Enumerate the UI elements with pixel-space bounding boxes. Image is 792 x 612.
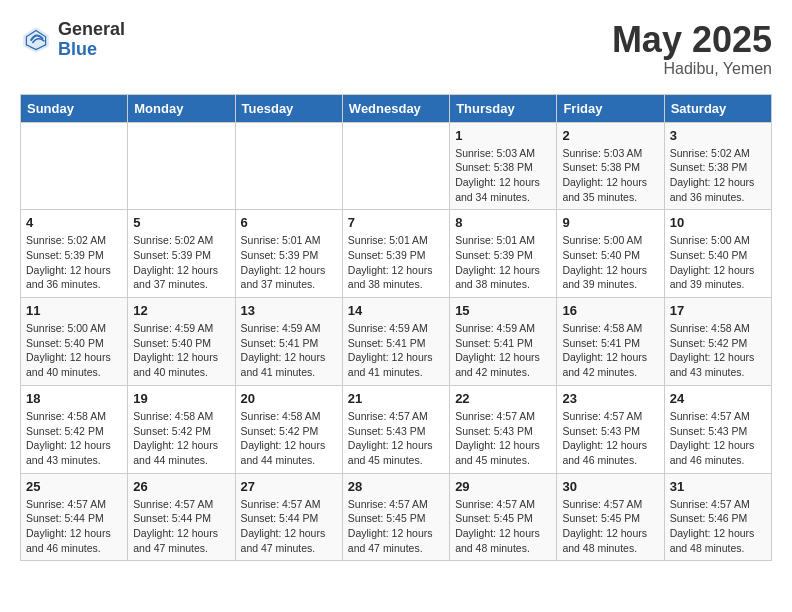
day-number: 23 bbox=[562, 391, 658, 406]
day-number: 5 bbox=[133, 215, 229, 230]
logo: General Blue bbox=[20, 20, 125, 60]
day-number: 25 bbox=[26, 479, 122, 494]
calendar-cell bbox=[21, 122, 128, 210]
calendar-cell: 28Sunrise: 4:57 AM Sunset: 5:45 PM Dayli… bbox=[342, 473, 449, 561]
day-info: Sunrise: 4:59 AM Sunset: 5:40 PM Dayligh… bbox=[133, 321, 229, 380]
calendar-cell: 3Sunrise: 5:02 AM Sunset: 5:38 PM Daylig… bbox=[664, 122, 771, 210]
day-number: 6 bbox=[241, 215, 337, 230]
calendar-week-row: 11Sunrise: 5:00 AM Sunset: 5:40 PM Dayli… bbox=[21, 298, 772, 386]
day-number: 7 bbox=[348, 215, 444, 230]
day-info: Sunrise: 5:00 AM Sunset: 5:40 PM Dayligh… bbox=[26, 321, 122, 380]
day-number: 13 bbox=[241, 303, 337, 318]
calendar-cell: 24Sunrise: 4:57 AM Sunset: 5:43 PM Dayli… bbox=[664, 385, 771, 473]
calendar-cell: 11Sunrise: 5:00 AM Sunset: 5:40 PM Dayli… bbox=[21, 298, 128, 386]
day-number: 19 bbox=[133, 391, 229, 406]
day-info: Sunrise: 4:59 AM Sunset: 5:41 PM Dayligh… bbox=[241, 321, 337, 380]
calendar-cell bbox=[128, 122, 235, 210]
day-info: Sunrise: 5:02 AM Sunset: 5:39 PM Dayligh… bbox=[133, 233, 229, 292]
calendar-cell: 18Sunrise: 4:58 AM Sunset: 5:42 PM Dayli… bbox=[21, 385, 128, 473]
logo-icon bbox=[20, 24, 52, 56]
calendar-cell: 7Sunrise: 5:01 AM Sunset: 5:39 PM Daylig… bbox=[342, 210, 449, 298]
day-number: 30 bbox=[562, 479, 658, 494]
day-info: Sunrise: 4:57 AM Sunset: 5:44 PM Dayligh… bbox=[241, 497, 337, 556]
day-info: Sunrise: 4:57 AM Sunset: 5:45 PM Dayligh… bbox=[348, 497, 444, 556]
day-number: 16 bbox=[562, 303, 658, 318]
day-number: 9 bbox=[562, 215, 658, 230]
day-number: 28 bbox=[348, 479, 444, 494]
calendar-cell: 14Sunrise: 4:59 AM Sunset: 5:41 PM Dayli… bbox=[342, 298, 449, 386]
day-info: Sunrise: 4:58 AM Sunset: 5:42 PM Dayligh… bbox=[670, 321, 766, 380]
day-number: 3 bbox=[670, 128, 766, 143]
day-info: Sunrise: 4:59 AM Sunset: 5:41 PM Dayligh… bbox=[348, 321, 444, 380]
day-number: 18 bbox=[26, 391, 122, 406]
day-info: Sunrise: 5:03 AM Sunset: 5:38 PM Dayligh… bbox=[562, 146, 658, 205]
day-info: Sunrise: 4:59 AM Sunset: 5:41 PM Dayligh… bbox=[455, 321, 551, 380]
day-number: 1 bbox=[455, 128, 551, 143]
weekday-header-saturday: Saturday bbox=[664, 94, 771, 122]
calendar-cell bbox=[342, 122, 449, 210]
calendar-cell: 13Sunrise: 4:59 AM Sunset: 5:41 PM Dayli… bbox=[235, 298, 342, 386]
calendar-cell: 30Sunrise: 4:57 AM Sunset: 5:45 PM Dayli… bbox=[557, 473, 664, 561]
page-header: General Blue May 2025 Hadibu, Yemen bbox=[20, 20, 772, 78]
day-info: Sunrise: 4:58 AM Sunset: 5:41 PM Dayligh… bbox=[562, 321, 658, 380]
day-number: 8 bbox=[455, 215, 551, 230]
calendar-cell: 16Sunrise: 4:58 AM Sunset: 5:41 PM Dayli… bbox=[557, 298, 664, 386]
day-info: Sunrise: 4:58 AM Sunset: 5:42 PM Dayligh… bbox=[241, 409, 337, 468]
day-number: 4 bbox=[26, 215, 122, 230]
calendar-cell: 1Sunrise: 5:03 AM Sunset: 5:38 PM Daylig… bbox=[450, 122, 557, 210]
calendar-week-row: 1Sunrise: 5:03 AM Sunset: 5:38 PM Daylig… bbox=[21, 122, 772, 210]
title-block: May 2025 Hadibu, Yemen bbox=[612, 20, 772, 78]
location: Hadibu, Yemen bbox=[612, 60, 772, 78]
day-info: Sunrise: 4:57 AM Sunset: 5:43 PM Dayligh… bbox=[670, 409, 766, 468]
weekday-header-monday: Monday bbox=[128, 94, 235, 122]
calendar-cell: 17Sunrise: 4:58 AM Sunset: 5:42 PM Dayli… bbox=[664, 298, 771, 386]
calendar-cell: 12Sunrise: 4:59 AM Sunset: 5:40 PM Dayli… bbox=[128, 298, 235, 386]
day-number: 26 bbox=[133, 479, 229, 494]
calendar-cell: 9Sunrise: 5:00 AM Sunset: 5:40 PM Daylig… bbox=[557, 210, 664, 298]
day-info: Sunrise: 4:57 AM Sunset: 5:45 PM Dayligh… bbox=[455, 497, 551, 556]
day-info: Sunrise: 4:57 AM Sunset: 5:44 PM Dayligh… bbox=[26, 497, 122, 556]
logo-blue-text: Blue bbox=[58, 40, 125, 60]
calendar-week-row: 25Sunrise: 4:57 AM Sunset: 5:44 PM Dayli… bbox=[21, 473, 772, 561]
day-info: Sunrise: 5:02 AM Sunset: 5:39 PM Dayligh… bbox=[26, 233, 122, 292]
day-number: 27 bbox=[241, 479, 337, 494]
calendar-cell: 22Sunrise: 4:57 AM Sunset: 5:43 PM Dayli… bbox=[450, 385, 557, 473]
day-number: 11 bbox=[26, 303, 122, 318]
day-info: Sunrise: 5:01 AM Sunset: 5:39 PM Dayligh… bbox=[241, 233, 337, 292]
day-number: 10 bbox=[670, 215, 766, 230]
calendar-week-row: 18Sunrise: 4:58 AM Sunset: 5:42 PM Dayli… bbox=[21, 385, 772, 473]
calendar-cell: 23Sunrise: 4:57 AM Sunset: 5:43 PM Dayli… bbox=[557, 385, 664, 473]
calendar-cell: 25Sunrise: 4:57 AM Sunset: 5:44 PM Dayli… bbox=[21, 473, 128, 561]
month-year: May 2025 bbox=[612, 20, 772, 60]
calendar-cell: 21Sunrise: 4:57 AM Sunset: 5:43 PM Dayli… bbox=[342, 385, 449, 473]
calendar-cell: 20Sunrise: 4:58 AM Sunset: 5:42 PM Dayli… bbox=[235, 385, 342, 473]
day-info: Sunrise: 4:57 AM Sunset: 5:43 PM Dayligh… bbox=[562, 409, 658, 468]
day-number: 20 bbox=[241, 391, 337, 406]
day-info: Sunrise: 5:00 AM Sunset: 5:40 PM Dayligh… bbox=[562, 233, 658, 292]
weekday-header-wednesday: Wednesday bbox=[342, 94, 449, 122]
day-info: Sunrise: 4:57 AM Sunset: 5:44 PM Dayligh… bbox=[133, 497, 229, 556]
day-info: Sunrise: 5:00 AM Sunset: 5:40 PM Dayligh… bbox=[670, 233, 766, 292]
day-info: Sunrise: 4:58 AM Sunset: 5:42 PM Dayligh… bbox=[26, 409, 122, 468]
day-info: Sunrise: 4:58 AM Sunset: 5:42 PM Dayligh… bbox=[133, 409, 229, 468]
day-info: Sunrise: 4:57 AM Sunset: 5:43 PM Dayligh… bbox=[455, 409, 551, 468]
calendar-table: SundayMondayTuesdayWednesdayThursdayFrid… bbox=[20, 94, 772, 562]
day-number: 21 bbox=[348, 391, 444, 406]
calendar-cell: 10Sunrise: 5:00 AM Sunset: 5:40 PM Dayli… bbox=[664, 210, 771, 298]
day-number: 22 bbox=[455, 391, 551, 406]
day-info: Sunrise: 4:57 AM Sunset: 5:46 PM Dayligh… bbox=[670, 497, 766, 556]
calendar-cell: 26Sunrise: 4:57 AM Sunset: 5:44 PM Dayli… bbox=[128, 473, 235, 561]
weekday-header-sunday: Sunday bbox=[21, 94, 128, 122]
day-number: 12 bbox=[133, 303, 229, 318]
calendar-cell: 4Sunrise: 5:02 AM Sunset: 5:39 PM Daylig… bbox=[21, 210, 128, 298]
day-info: Sunrise: 5:01 AM Sunset: 5:39 PM Dayligh… bbox=[455, 233, 551, 292]
day-info: Sunrise: 5:03 AM Sunset: 5:38 PM Dayligh… bbox=[455, 146, 551, 205]
logo-text: General Blue bbox=[58, 20, 125, 60]
calendar-cell: 6Sunrise: 5:01 AM Sunset: 5:39 PM Daylig… bbox=[235, 210, 342, 298]
logo-general-text: General bbox=[58, 20, 125, 40]
weekday-header-friday: Friday bbox=[557, 94, 664, 122]
calendar-cell: 31Sunrise: 4:57 AM Sunset: 5:46 PM Dayli… bbox=[664, 473, 771, 561]
day-number: 14 bbox=[348, 303, 444, 318]
day-info: Sunrise: 4:57 AM Sunset: 5:45 PM Dayligh… bbox=[562, 497, 658, 556]
calendar-cell: 19Sunrise: 4:58 AM Sunset: 5:42 PM Dayli… bbox=[128, 385, 235, 473]
